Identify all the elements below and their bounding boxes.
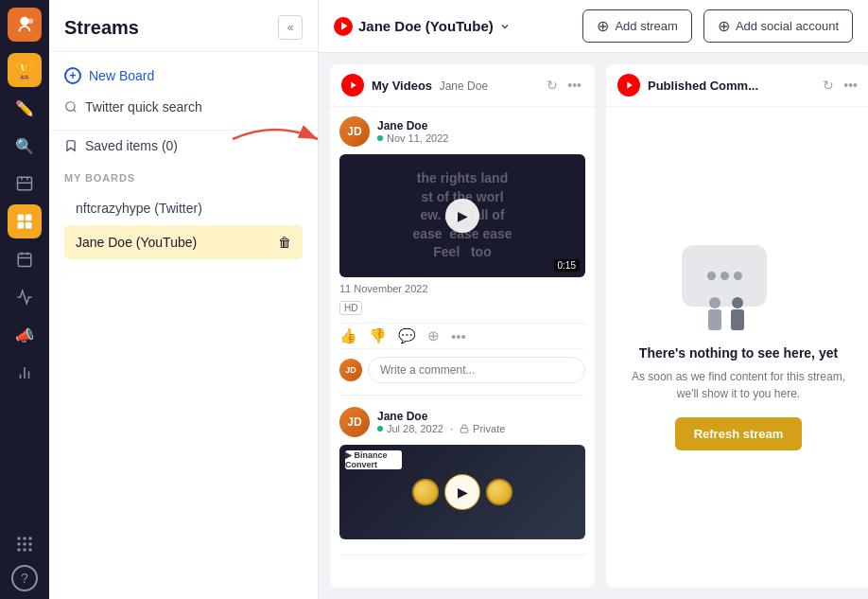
comment-icon-1[interactable]: 💬: [398, 327, 416, 344]
top-bar: Jane Doe (YouTube) ⊕ Add stream ⊕ Add so…: [319, 0, 868, 53]
svg-rect-17: [18, 537, 21, 540]
hd-badge-1: HD: [339, 301, 362, 315]
add-stream-button[interactable]: ⊕ Add stream: [582, 9, 691, 43]
twitter-search-label: Twitter quick search: [85, 99, 202, 115]
empty-illustration: [682, 245, 795, 330]
comment-input-1[interactable]: [368, 357, 585, 383]
svg-point-0: [20, 17, 28, 26]
post-meta-1: Jane Doe Nov 11, 2022: [377, 119, 448, 144]
svg-rect-22: [29, 543, 32, 546]
collapse-button[interactable]: «: [278, 15, 303, 40]
stream-my-videos-header: My Videos Jane Doe ↻ •••: [330, 64, 595, 107]
yt-icon-published: [617, 74, 640, 97]
person-head-1: [709, 297, 720, 308]
saved-items-button[interactable]: Saved items (0): [49, 130, 318, 161]
stream-my-videos: My Videos Jane Doe ↻ ••• JD Jane Doe: [330, 64, 595, 588]
nav-item-analytics[interactable]: [8, 280, 42, 314]
refresh-stream-2-button[interactable]: ↻: [821, 76, 836, 95]
refresh-stream-button[interactable]: Refresh stream: [675, 417, 803, 450]
avatar-2: JD: [339, 407, 370, 437]
add-social-account-button[interactable]: ⊕ Add social account: [703, 9, 853, 43]
nav-item-search[interactable]: 🔍: [8, 129, 42, 163]
comment-box-1: JD: [339, 357, 585, 383]
empty-state: There's nothing to see here, yet As soon…: [606, 107, 868, 588]
svg-rect-8: [18, 222, 25, 229]
stream-my-videos-title: My Videos Jane Doe: [372, 79, 537, 93]
post-card-1: JD Jane Doe Nov 11, 2022 the rights land…: [339, 116, 585, 396]
online-dot-2: [377, 426, 383, 432]
saved-items-label: Saved items (0): [85, 138, 178, 153]
comment-avatar-1: JD: [339, 359, 362, 381]
add-social-plus-icon: ⊕: [718, 17, 730, 35]
account-selector[interactable]: Jane Doe (YouTube): [334, 17, 511, 36]
stream-my-videos-content: JD Jane Doe Nov 11, 2022 the rights land…: [330, 107, 595, 588]
nav-item-reports[interactable]: [8, 356, 42, 390]
yt-logo-mini-2: ▶ Binance Convert: [345, 450, 402, 469]
post-actions-1: 👍 👎 💬 ⊕ •••: [339, 323, 585, 349]
person-body-2: [731, 309, 744, 330]
yt-icon-my-videos: [341, 74, 364, 97]
post-author-1: Jane Doe: [377, 119, 448, 132]
board-item-janedoe-yt-label: Jane Doe (YouTube): [76, 235, 197, 250]
nav-item-apps[interactable]: [8, 527, 42, 561]
play-button-2[interactable]: ▶: [445, 475, 479, 509]
post-date-2: Jul 28, 2022 · Private: [377, 423, 505, 434]
svg-rect-21: [24, 543, 26, 546]
add-stream-label: Add stream: [615, 19, 677, 33]
video-thumbnail-1[interactable]: the rights landst of the worlew. And all…: [339, 154, 585, 277]
board-item-janedoe-yt[interactable]: Jane Doe (YouTube) 🗑: [64, 225, 303, 259]
svg-rect-23: [18, 549, 21, 552]
stream-options-2-button[interactable]: •••: [842, 76, 859, 95]
nav-item-campaigns[interactable]: 📣: [8, 318, 42, 352]
svg-point-1: [28, 19, 33, 24]
post-meta-2: Jane Doe Jul 28, 2022 · Private: [377, 410, 505, 434]
nav-item-calendar[interactable]: [8, 242, 42, 276]
nav-item-compose[interactable]: ✏️: [8, 91, 42, 125]
nav-item-help[interactable]: ?: [11, 565, 38, 591]
sidebar-title: Streams: [64, 17, 139, 39]
new-board-label: New Board: [89, 68, 154, 83]
svg-rect-6: [18, 215, 25, 221]
coin-3: [486, 479, 512, 505]
empty-title: There's nothing to see here, yet: [639, 345, 838, 361]
nav-item-streams[interactable]: [8, 204, 42, 238]
add-icon-1[interactable]: ⊕: [427, 327, 440, 344]
like-icon-1[interactable]: 👍: [339, 327, 357, 344]
person-figure-2: [731, 297, 744, 330]
stream-header-actions-2: ↻ •••: [821, 76, 859, 95]
sidebar-actions: + New Board Twitter quick search: [49, 52, 318, 130]
play-button-1[interactable]: ▶: [445, 199, 479, 233]
add-social-label: Add social account: [736, 19, 839, 33]
svg-marker-29: [341, 22, 348, 30]
stream-options-1-button[interactable]: •••: [565, 76, 583, 95]
video-thumbnail-2[interactable]: ▶ Binance Convert ▶: [339, 445, 585, 539]
nav-item-planner[interactable]: [8, 167, 42, 201]
speech-bubble: [682, 245, 767, 307]
nav-bar: 🏆 ✏️ 🔍 📣 ?: [0, 0, 49, 599]
svg-rect-7: [26, 215, 32, 221]
bookmark-icon: [64, 139, 78, 152]
board-item-nftcrazyhype[interactable]: nftcrazyhype (Twitter): [64, 191, 303, 225]
refresh-stream-1-button[interactable]: ↻: [545, 76, 560, 95]
yt-logo-topbar: [334, 17, 353, 36]
new-board-row: + New Board: [64, 63, 303, 88]
coin-1: [412, 479, 439, 505]
video-duration-1: 0:15: [554, 259, 580, 272]
dislike-icon-1[interactable]: 👎: [369, 327, 387, 344]
person-figure-1: [708, 297, 721, 330]
svg-rect-24: [24, 549, 26, 552]
person-body-1: [708, 309, 721, 330]
delete-board-icon[interactable]: 🗑: [278, 235, 291, 250]
lock-icon: [460, 424, 469, 433]
nav-item-trophy[interactable]: 🏆: [8, 53, 42, 87]
new-board-button[interactable]: + New Board: [64, 63, 154, 88]
search-icon: [64, 100, 78, 114]
app-logo[interactable]: [8, 8, 42, 42]
empty-desc: As soon as we find content for this stre…: [629, 368, 848, 402]
stream-header-actions-1: ↻ •••: [545, 76, 583, 95]
twitter-quick-search-button[interactable]: Twitter quick search: [64, 96, 303, 118]
more-icon-1[interactable]: •••: [451, 328, 466, 344]
plus-circle-icon: +: [64, 67, 81, 84]
streams-area: My Videos Jane Doe ↻ ••• JD Jane Doe: [319, 53, 868, 599]
svg-rect-20: [18, 543, 21, 546]
